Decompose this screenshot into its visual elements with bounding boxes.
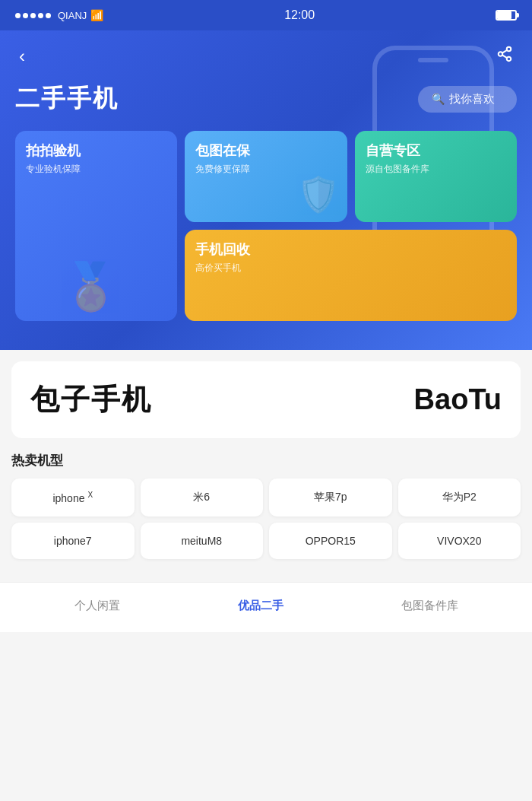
model-item[interactable]: iphone7 — [11, 523, 135, 559]
model-item[interactable]: iphone X — [11, 478, 135, 517]
page-title: 二手手机 — [15, 82, 119, 116]
card1-title: 拍拍验机 — [26, 141, 166, 160]
svg-line-4 — [502, 50, 507, 53]
status-bar: QIANJ 📶 12:00 — [0, 0, 532, 30]
card4-title: 手机回收 — [195, 240, 506, 259]
shield-icon: 🛡️ — [297, 174, 340, 215]
models-grid: iphone X 米6 苹果7p 华为P2 iphone7 meituM8 OP… — [11, 478, 521, 559]
svg-line-3 — [502, 55, 507, 58]
tab-quality-secondhand[interactable]: 优品二手 — [230, 595, 291, 617]
tab-personal-idle[interactable]: 个人闲置 — [67, 595, 128, 617]
medal-icon: 🏅 — [62, 259, 119, 313]
card-paipai[interactable]: 拍拍验机 专业验机保障 🏅 — [15, 131, 177, 321]
category-cards: 拍拍验机 专业验机保障 🏅 包图在保 免费修更保障 🛡️ 自营专区 源自包图备件… — [15, 131, 517, 321]
model-item[interactable]: OPPOR15 — [269, 523, 392, 559]
model-item[interactable]: meituM8 — [141, 523, 264, 559]
share-button[interactable] — [492, 42, 517, 71]
card-recycle[interactable]: 手机回收 高价买手机 — [185, 230, 517, 321]
carrier-name: QIANJ — [58, 10, 87, 21]
card3-title: 自营专区 — [366, 141, 506, 160]
status-time: 12:00 — [284, 8, 315, 22]
signal-dots — [15, 13, 51, 18]
hot-models-section: 热卖机型 iphone X 米6 苹果7p 华为P2 iphone7 meitu… — [0, 438, 532, 567]
card-self-operated[interactable]: 自营专区 源自包图备件库 — [355, 131, 517, 222]
model-item[interactable]: 苹果7p — [269, 478, 392, 517]
model-item[interactable]: VIVOX20 — [398, 523, 521, 559]
hot-models-title: 热卖机型 — [11, 452, 521, 469]
model-item[interactable]: 米6 — [141, 478, 264, 517]
card-baotu-warranty[interactable]: 包图在保 免费修更保障 🛡️ — [185, 131, 347, 222]
model-item[interactable]: 华为P2 — [398, 478, 521, 517]
brand-chinese: 包子手机 — [30, 380, 152, 419]
back-button[interactable]: ‹ — [15, 42, 29, 71]
tab-baotu-parts[interactable]: 包图备件库 — [394, 595, 466, 617]
card2-title: 包图在保 — [195, 141, 336, 160]
brand-section: 包子手机 BaoTu — [11, 361, 521, 438]
card1-subtitle: 专业验机保障 — [26, 163, 166, 176]
wifi-icon: 📶 — [90, 9, 103, 21]
bottom-tab-bar: 个人闲置 优品二手 包图备件库 — [0, 582, 532, 632]
header-section: ‹ 二手手机 🔍 找你喜欢 拍拍验机 专业验机保障 🏅 — [0, 30, 532, 350]
card4-subtitle: 高价买手机 — [195, 262, 506, 275]
battery-indicator — [496, 10, 517, 21]
card3-subtitle: 源自包图备件库 — [366, 163, 506, 176]
brand-english: BaoTu — [414, 383, 502, 416]
status-left: QIANJ 📶 — [15, 9, 103, 21]
